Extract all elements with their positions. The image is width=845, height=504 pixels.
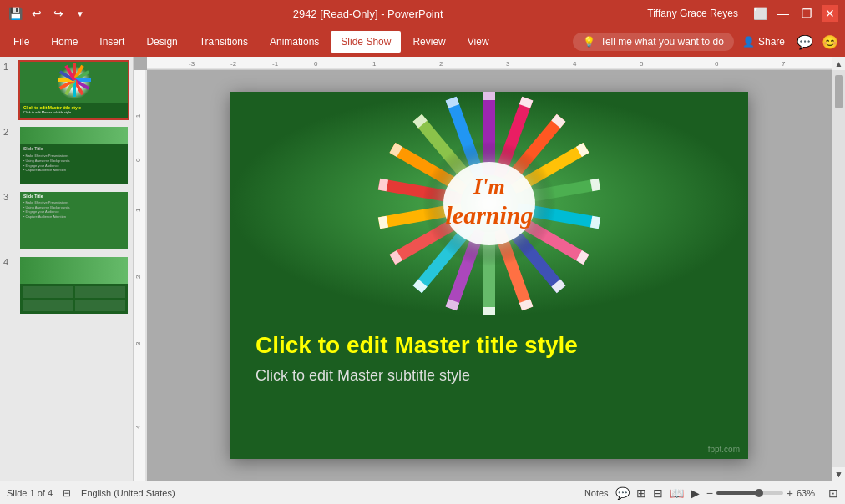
slide-img-4 (18, 255, 129, 315)
status-bar-right: Notes 💬 ⊞ ⊟ 📖 ▶ − + 63% ⊡ (584, 486, 838, 500)
slide-num-2: 2 (3, 125, 15, 137)
tab-animations[interactable]: Animations (260, 31, 329, 53)
slide-canvas: I'm learning Click to edit Master title … (147, 70, 832, 481)
thumb1-sub-text: Click to edit Master subtitle style (23, 110, 124, 114)
svg-text:I'm: I'm (473, 174, 505, 199)
svg-text:1: 1 (134, 208, 142, 212)
zoom-percent: 63% (797, 488, 822, 498)
tab-design[interactable]: Design (136, 31, 187, 53)
zoom-thumb[interactable] (755, 489, 763, 497)
normal-view-icon[interactable]: ⊞ (636, 486, 646, 500)
svg-text:learning: learning (445, 201, 533, 229)
master-subtitle-text[interactable]: Click to edit Master subtitle style (256, 367, 723, 385)
ruler-top: // ruler ticks are decorative, handled i… (147, 57, 845, 70)
svg-text:4: 4 (134, 425, 142, 429)
slide-thumb-1[interactable]: 1 (3, 60, 129, 120)
slide-img-3: Slide Title • Make Effective Presentatio… (18, 190, 129, 250)
undo-icon[interactable]: ↩ (28, 5, 45, 22)
slide-sorter-icon[interactable]: ⊟ (653, 486, 663, 500)
thumb1-title-area: Click to edit Master title style Click t… (20, 103, 128, 118)
svg-text:0: 0 (314, 60, 318, 68)
thumb2-content: Slide Title • Make Effective Presentatio… (23, 146, 124, 172)
pencil-burst: I'm learning (230, 92, 748, 315)
ribbon: File Home Insert Design Transitions Anim… (0, 27, 845, 57)
thumb3-content-area: Slide Title • Make Effective Presentatio… (20, 192, 128, 249)
master-title-text[interactable]: Click to edit Master title style (256, 332, 723, 359)
fit-window-icon[interactable]: ⊡ (828, 486, 838, 500)
scrollbar-vertical[interactable]: ▲ ▼ ▼ (832, 57, 845, 481)
maximize-icon[interactable]: ❐ (798, 5, 815, 22)
tell-me-label: Tell me what you want to do (600, 36, 724, 48)
slide-bottom-area: Click to edit Master title style Click t… (230, 315, 748, 459)
lightbulb-icon: 💡 (583, 36, 595, 48)
zoom-out-button[interactable]: − (706, 486, 713, 500)
scroll-track[interactable] (832, 70, 845, 467)
svg-text:2: 2 (439, 60, 443, 68)
share-icon: 👤 (742, 36, 755, 48)
slide-thumb-3[interactable]: 3 Slide Title • Make Effective Presentat… (3, 190, 129, 250)
status-bar: Slide 1 of 4 ⊟ English (United States) N… (0, 481, 845, 504)
thumb3-text: • Make Effective Presentations • Using A… (23, 200, 124, 219)
customize-icon[interactable]: ▼ (72, 5, 89, 22)
slideshow-icon[interactable]: ▶ (691, 486, 700, 500)
main-area: 1 (0, 57, 845, 481)
share-button[interactable]: 👤 Share (736, 33, 792, 51)
tell-me-input[interactable]: 💡 Tell me what you want to do (573, 33, 734, 51)
slide-thumb-2[interactable]: 2 Slide Title • Make Effective Presentat… (3, 125, 129, 185)
restore-window-icon[interactable]: ⬜ (751, 5, 768, 22)
zoom-track[interactable] (716, 491, 783, 495)
redo-icon[interactable]: ↪ (50, 5, 67, 22)
svg-text:3: 3 (134, 341, 142, 345)
watermark: fppt.com (708, 445, 740, 454)
svg-rect-63 (483, 307, 495, 315)
svg-text:6: 6 (715, 60, 719, 68)
emoji-icon: 😊 (818, 31, 842, 53)
slide-num-3: 3 (3, 190, 15, 202)
close-icon[interactable]: ✕ (822, 5, 838, 22)
ruler-left: -1 0 1 2 3 4 (134, 70, 147, 481)
reading-view-icon[interactable]: 📖 (670, 486, 684, 500)
svg-text:5: 5 (640, 60, 644, 68)
title-bar: 💾 ↩ ↪ ▼ 2942 [Read-Only] - PowerPoint Ti… (0, 0, 845, 27)
svg-text:-1: -1 (272, 60, 279, 68)
slide-info: Slide 1 of 4 (7, 488, 53, 498)
comment-button[interactable]: 💬 (793, 31, 817, 53)
tab-transitions[interactable]: Transitions (190, 31, 258, 53)
svg-text:3: 3 (506, 60, 510, 68)
svg-text:-2: -2 (230, 60, 237, 68)
tab-slideshow[interactable]: Slide Show (331, 31, 401, 53)
main-slide[interactable]: I'm learning Click to edit Master title … (230, 92, 748, 459)
slide-num-1: 1 (3, 60, 15, 72)
tab-insert[interactable]: Insert (89, 31, 134, 53)
title-bar-controls-left: 💾 ↩ ↪ ▼ (7, 5, 89, 22)
slide-img-1: Click to edit Master title style Click t… (18, 60, 129, 120)
svg-text:2: 2 (134, 275, 142, 279)
save-icon[interactable]: 💾 (7, 5, 23, 22)
slide-thumb-4[interactable]: 4 (3, 255, 129, 315)
canvas-area: // ruler ticks are decorative, handled i… (134, 57, 845, 481)
pencil-image-area: I'm learning (230, 92, 748, 315)
svg-rect-36 (483, 92, 495, 100)
svg-text:0: 0 (134, 158, 142, 162)
thumb4-bottom-area (20, 284, 128, 314)
scroll-thumb[interactable] (835, 75, 843, 108)
tab-view[interactable]: View (458, 31, 499, 53)
zoom-slider[interactable]: − + 63% (706, 486, 822, 500)
slide-state-icon[interactable]: ⊟ (63, 487, 71, 499)
title-bar-controls-right: Tiffany Grace Reyes ⬜ — ❐ ✕ (647, 5, 838, 22)
minimize-icon[interactable]: — (775, 5, 792, 22)
scroll-down-arrow-2[interactable]: ▼ (832, 467, 846, 481)
notes-button[interactable]: Notes (584, 488, 609, 498)
tab-review[interactable]: Review (402, 31, 455, 53)
window-title: 2942 [Read-Only] - PowerPoint (89, 8, 647, 20)
svg-rect-0 (147, 57, 845, 70)
svg-text:-1: -1 (134, 113, 142, 120)
tab-home[interactable]: Home (41, 31, 88, 53)
zoom-in-button[interactable]: + (787, 486, 793, 500)
scroll-up-arrow[interactable]: ▲ (832, 57, 846, 70)
thumb2-bottom-area: Slide Title • Make Effective Presentatio… (20, 144, 128, 184)
comments-icon[interactable]: 💬 (615, 486, 630, 500)
slide-img-2: Slide Title • Make Effective Presentatio… (18, 125, 129, 185)
svg-text:1: 1 (372, 60, 377, 68)
tab-file[interactable]: File (3, 31, 39, 53)
